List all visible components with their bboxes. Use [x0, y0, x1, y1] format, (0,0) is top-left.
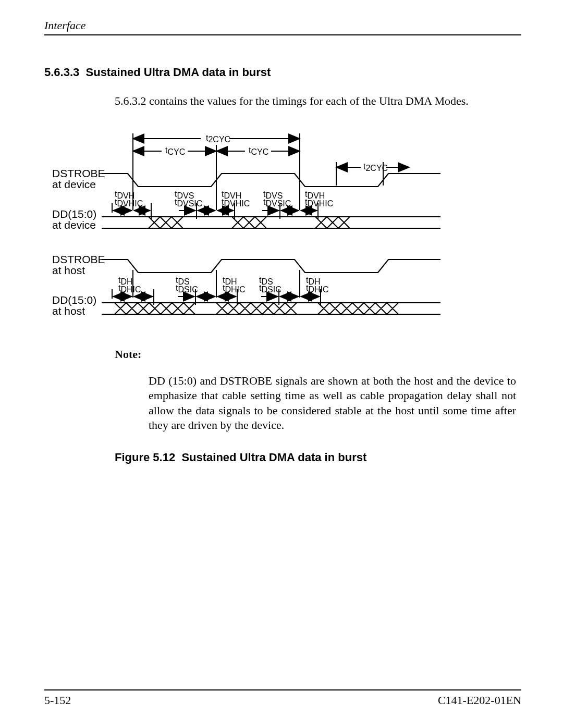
label-dd-host-b: at host [52, 305, 85, 317]
svg-text:tDVH: tDVH [222, 190, 241, 200]
running-head: Interface [44, 19, 521, 35]
svg-text:tCYC: tCYC [165, 146, 185, 156]
label-dstrobe-host-a: DSTROBE [52, 253, 105, 265]
label-dstrobe-host-b: at host [52, 264, 85, 276]
section-title: Sustained Ultra DMA data in burst [86, 66, 271, 79]
svg-text:tDHIC: tDHIC [306, 283, 329, 294]
svg-text:t2CYC: t2CYC [206, 133, 230, 144]
figure-caption: Figure 5.12 Sustained Ultra DMA data in … [115, 451, 521, 464]
svg-text:tDVS: tDVS [175, 190, 194, 200]
svg-text:tDVH: tDVH [305, 190, 325, 200]
svg-text:tDVHIC: tDVHIC [222, 198, 250, 208]
timing-diagram: DSTROBE at device t2CYC [44, 129, 521, 325]
svg-text:t2CYC: t2CYC [363, 162, 388, 172]
svg-text:tDVSIC: tDVSIC [175, 198, 202, 208]
doc-id: C141-E202-01EN [438, 694, 521, 707]
label-dd-host-a: DD(15:0) [52, 294, 96, 306]
page-number: 5-152 [44, 694, 71, 707]
section-heading: 5.6.3.3 Sustained Ultra DMA data in burs… [44, 66, 521, 79]
page-footer: 5-152 C141-E202-01EN [44, 689, 521, 707]
svg-text:tDVS: tDVS [263, 190, 283, 200]
note-body: DD (15:0) and DSTROBE signals are shown … [149, 374, 516, 433]
svg-text:tDSIC: tDSIC [259, 283, 282, 294]
label-dd-device-a: DD(15:0) [52, 208, 96, 220]
section-number: 5.6.3.3 [44, 66, 79, 79]
svg-text:tDHIC: tDHIC [118, 283, 141, 294]
label-dd-device-b: at device [52, 219, 96, 231]
svg-text:tDVH: tDVH [115, 190, 134, 200]
note-label: Note: [115, 348, 521, 361]
figure-title: Sustained Ultra DMA data in burst [181, 451, 366, 464]
intro-paragraph: 5.6.3.2 contains the values for the timi… [115, 94, 521, 108]
svg-text:tDSIC: tDSIC [176, 283, 198, 294]
svg-text:tDVSIC: tDVSIC [263, 198, 291, 208]
label-dstrobe-device-a: DSTROBE [52, 167, 105, 179]
svg-text:tDVHIC: tDVHIC [115, 198, 143, 208]
figure-number: Figure 5.12 [115, 451, 175, 464]
svg-text:tDVHIC: tDVHIC [305, 198, 333, 208]
svg-text:tCYC: tCYC [249, 146, 268, 156]
label-dstrobe-device-b: at device [52, 178, 96, 190]
svg-text:tDHIC: tDHIC [223, 283, 246, 294]
